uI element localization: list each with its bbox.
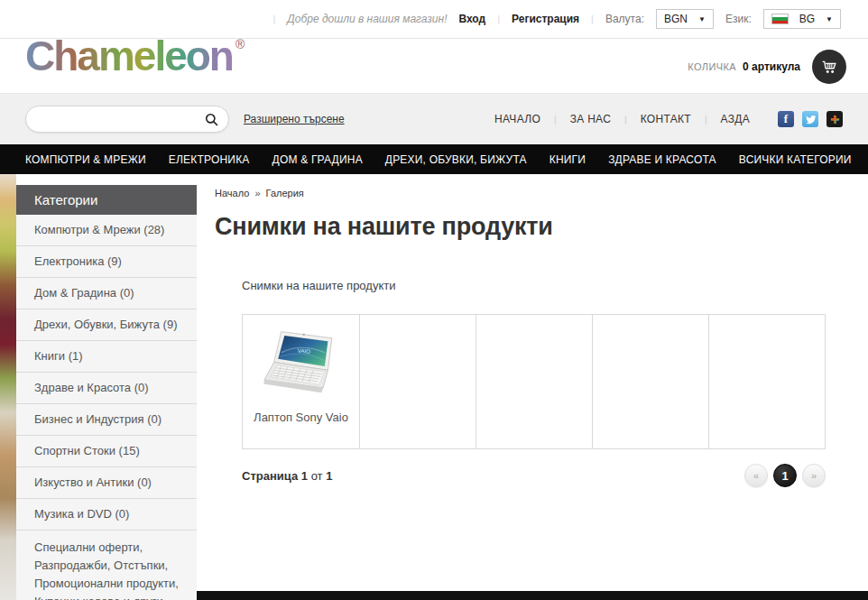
shopping-cart-icon xyxy=(820,58,839,77)
nav-link-azda[interactable]: АЗДА xyxy=(707,113,763,125)
pagination-of-word: от xyxy=(311,469,323,483)
cart-link[interactable]: КОЛИЧКА 0 артикула xyxy=(688,50,846,84)
breadcrumb-separator: » xyxy=(252,188,263,198)
chevron-down-icon: ▼ xyxy=(826,15,833,23)
laptop-product-image[interactable]: VAIO xyxy=(257,326,346,405)
sidebar-item-sports[interactable]: Спортни Стоки (15) xyxy=(16,435,197,466)
nav-link-home[interactable]: НАЧАЛО xyxy=(481,113,554,125)
gallery-grid: VAIO Лаптоп Sony Vaio xyxy=(242,314,826,449)
search-box xyxy=(25,106,229,133)
language-label: Език: xyxy=(725,13,752,25)
gallery-cell-empty xyxy=(592,315,708,448)
chevron-down-icon: ▼ xyxy=(698,15,706,23)
currency-select[interactable]: BGN ▼ xyxy=(656,9,714,29)
twitter-bird-icon xyxy=(805,114,817,125)
sidebar-item-electronics[interactable]: Електроника (9) xyxy=(16,245,197,277)
gallery-cell-empty xyxy=(359,315,476,448)
content-area: Категории Компютри & Мрежи (28) Електрон… xyxy=(16,174,868,600)
page-title: Снимки на нашите продукти xyxy=(215,213,848,241)
sidebar-title: Категории xyxy=(16,185,197,215)
gallery-cell-empty xyxy=(476,315,592,448)
breadcrumb-home[interactable]: Начало xyxy=(215,188,249,198)
sidebar-item-books[interactable]: Книги (1) xyxy=(16,340,197,372)
language-select[interactable]: BG ▼ xyxy=(763,9,841,29)
svg-text:VAIO: VAIO xyxy=(297,347,310,355)
language-value: BG xyxy=(799,13,815,25)
login-link[interactable]: Вход xyxy=(458,13,485,25)
separator: | xyxy=(497,14,500,24)
bulgarian-flag-icon xyxy=(771,14,789,24)
separator: | xyxy=(272,14,275,24)
sidebar-item-business[interactable]: Бизнес и Индустрия (0) xyxy=(16,403,197,435)
logo[interactable]: Chameleon® xyxy=(25,32,245,80)
separator: | xyxy=(591,14,594,24)
breadcrumb: Начало » Галерия xyxy=(215,188,848,198)
nav-home-garden[interactable]: ДОМ & ГРАДИНА xyxy=(272,153,363,166)
search-icon xyxy=(204,112,219,127)
pagination-page-1-button[interactable]: 1 xyxy=(773,464,797,487)
gallery-cell-laptop[interactable]: VAIO Лаптоп Sony Vaio xyxy=(243,315,359,448)
cart-count: 0 артикула xyxy=(743,60,800,73)
pagination-prev-button[interactable]: « xyxy=(744,464,768,487)
sidebar-item-home-garden[interactable]: Дом & Градина (0) xyxy=(16,277,197,309)
breadcrumb-current: Галерия xyxy=(266,188,304,198)
sidebar-item-health[interactable]: Здраве и Красота (0) xyxy=(16,372,197,403)
nav-link-about[interactable]: ЗА НАС xyxy=(557,113,624,125)
advanced-search-link[interactable]: Разширено търсене xyxy=(244,113,345,125)
search-strip: Разширено търсене НАЧАЛО | ЗА НАС | КОНТ… xyxy=(0,93,868,144)
welcome-message: Добре дошли в нашия магазин! xyxy=(287,13,447,25)
nav-health-beauty[interactable]: ЗДРАВЕ И КРАСОТА xyxy=(608,153,716,166)
register-link[interactable]: Регистрация xyxy=(512,13,579,25)
sidebar-item-computers[interactable]: Компютри & Мрежи (28) xyxy=(16,215,197,245)
gallery-panel: Снимки на нашите продукти xyxy=(242,279,826,449)
facebook-letter: f xyxy=(784,112,788,126)
search-button[interactable] xyxy=(204,112,219,127)
logo-text: Chameleon xyxy=(25,32,233,79)
pagination-current-number: 1 xyxy=(301,469,308,483)
registered-mark: ® xyxy=(235,37,245,51)
nav-books[interactable]: КНИГИ xyxy=(549,153,586,166)
cart-button[interactable] xyxy=(812,50,846,84)
pagination-total-number: 1 xyxy=(326,469,332,483)
sidebar-item-clothes[interactable]: Дрехи, Обувки, Бижута (9) xyxy=(16,309,197,340)
nav-electronics[interactable]: ЕЛЕКТРОНИКА xyxy=(169,153,250,166)
colorful-plus-icon xyxy=(829,114,841,125)
gallery-cell-empty xyxy=(708,315,825,448)
header: Chameleon® КОЛИЧКА 0 артикула xyxy=(0,39,868,93)
social-icons: f xyxy=(778,111,843,127)
nav-link-contact[interactable]: КОНТАКТ xyxy=(627,113,705,125)
secondary-nav: НАЧАЛО | ЗА НАС | КОНТАКТ | АЗДА xyxy=(481,113,763,125)
share-plus-icon[interactable] xyxy=(826,111,843,127)
cart-label: КОЛИЧКА xyxy=(688,61,736,72)
nav-all-categories[interactable]: ВСИЧКИ КАТЕГОРИИ xyxy=(739,153,852,166)
pagination-next-button[interactable]: » xyxy=(802,464,826,487)
pagination-buttons: « 1 » xyxy=(744,464,826,487)
currency-label: Валута: xyxy=(605,13,644,25)
main-column: Начало » Галерия Снимки на нашите продук… xyxy=(197,174,868,600)
sidebar-item-music-dvd[interactable]: Музика и DVD (0) xyxy=(16,498,197,530)
nav-clothes[interactable]: ДРЕХИ, ОБУВКИ, БИЖУТА xyxy=(385,153,527,166)
twitter-icon[interactable] xyxy=(802,111,818,127)
facebook-icon[interactable]: f xyxy=(778,111,794,127)
background-photo-strip xyxy=(0,174,16,600)
footer-bar xyxy=(197,591,868,600)
sidebar-item-special-offers[interactable]: Специални оферти, Разпродажби, Отстъпки,… xyxy=(16,530,197,600)
pagination-row: Страница 1 от 1 « 1 » xyxy=(242,464,826,487)
gallery-heading: Снимки на нашите продукти xyxy=(242,279,826,292)
pagination-status: Страница 1 от 1 xyxy=(242,469,332,483)
currency-value: BGN xyxy=(664,13,688,25)
nav-computers[interactable]: КОМПЮТРИ & МРЕЖИ xyxy=(25,153,146,166)
category-nav: КОМПЮТРИ & МРЕЖИ ЕЛЕКТРОНИКА ДОМ & ГРАДИ… xyxy=(0,144,868,174)
sidebar-item-art[interactable]: Изкуство и Антики (0) xyxy=(16,466,197,498)
categories-sidebar: Категории Компютри & Мрежи (28) Електрон… xyxy=(16,185,197,600)
gallery-item-caption[interactable]: Лаптоп Sony Vaio xyxy=(254,411,348,424)
pagination-label: Страница xyxy=(242,469,298,483)
search-input[interactable] xyxy=(39,113,204,125)
